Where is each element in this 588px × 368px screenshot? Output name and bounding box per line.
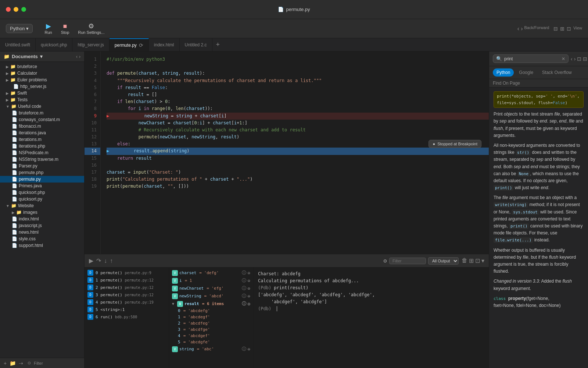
var-result-0[interactable]: 0 = 'abcdefg' — [169, 308, 253, 314]
sidebar-item-permute-php[interactable]: 📄 permute.php — [0, 169, 84, 176]
view-mode-icon[interactable]: ⊡ — [577, 56, 581, 62]
code-editor[interactable]: #!/usr/bin/env python3 def permute(chars… — [101, 52, 489, 254]
next-result-icon[interactable]: › — [574, 56, 576, 62]
sidebar-item-useful-code[interactable]: ▼ 📁 Useful code — [0, 103, 84, 110]
var-i[interactable]: V i = 1 ⓘ ⊖ — [169, 277, 253, 284]
var-info-icon[interactable]: ⓘ — [242, 346, 246, 352]
minimize-button[interactable] — [14, 7, 18, 12]
sidebar-item-tests[interactable]: ▶ 📁 Tests — [0, 96, 84, 103]
clear-search-icon[interactable]: ✕ — [562, 56, 565, 61]
var-result-4[interactable]: 4 = 'abcdgef' — [169, 333, 253, 339]
var-info-icon[interactable]: ⓘ — [242, 293, 246, 299]
sidebar-item-bruteforce-m[interactable]: 📄 bruteforce.m — [0, 110, 84, 116]
filter-input[interactable] — [389, 258, 426, 264]
step-continue-icon[interactable]: ▶ — [89, 257, 93, 264]
sidebar-folder[interactable]: 📁 Documents ▾ — [4, 54, 43, 59]
view-buttons[interactable]: ⊟ ⊞ ⊡ View — [553, 26, 582, 32]
var-result-5[interactable]: 5 = 'abcdgfe' — [169, 339, 253, 345]
sidebar-item-index-html[interactable]: 📄 index.html — [0, 216, 84, 222]
sidebar-item-swift[interactable]: ▶ 📁 Swift — [0, 90, 84, 96]
stop-button[interactable]: ■ Stop — [57, 21, 74, 36]
call-item-4[interactable]: D 4 permute() permute.py:19 — [85, 298, 169, 306]
sidebar-item-nspredicate[interactable]: 📄 NSPredicate.m — [0, 149, 84, 156]
tab-quicksort[interactable]: quicksort.php — [36, 38, 72, 52]
step-into-icon[interactable]: ↓ — [104, 258, 107, 264]
sidebar-item-website[interactable]: ▼ 📁 Website — [0, 202, 84, 209]
sidebar-item-nsstring[interactable]: 📄 NSString traverse.m — [0, 156, 84, 163]
nav-forward-icon[interactable]: › — [79, 54, 80, 59]
sidebar-item-style[interactable]: 📄 style.css — [0, 236, 84, 242]
doc-tab-google[interactable]: Google — [515, 68, 537, 77]
var-info-icon[interactable]: ⓘ — [242, 277, 246, 284]
expand-icon[interactable]: ⊡ — [475, 257, 480, 264]
sidebar-item-http-server[interactable]: 📄 http_server.js — [0, 83, 84, 90]
more-icon[interactable]: ▾ — [481, 257, 484, 264]
var-newstring[interactable]: V newString = 'abcd' ⓘ ⊖ — [169, 292, 253, 300]
trash-icon[interactable]: 🗑 — [462, 257, 467, 264]
run-button[interactable]: ▶ Run — [40, 21, 56, 36]
settings-icon[interactable]: ⊟ — [583, 56, 587, 62]
var-newcharset[interactable]: V newCharset = 'efg' ⓘ ⊖ — [169, 284, 253, 292]
call-item-2[interactable]: D 2 permute() permute.py:12 — [85, 284, 169, 291]
call-item-0[interactable]: D 0 permute() permute.py:9 — [85, 269, 169, 276]
sidebar-item-primes[interactable]: 📄 Primes.java — [0, 183, 84, 189]
var-result[interactable]: ▼ V result = 6 items ⓘ ⊖ — [169, 300, 253, 308]
reveal-icon[interactable]: ⇢ — [19, 360, 23, 366]
find-on-page-button[interactable]: Find On Page — [493, 81, 520, 86]
sidebar-item-iterations-java[interactable]: 📄 iterations.java — [0, 130, 84, 136]
prev-result-icon[interactable]: ‹ — [571, 56, 573, 62]
sidebar-item-javascript[interactable]: 📄 javascript.js — [0, 222, 84, 229]
var-charset[interactable]: V charset = 'defg' ⓘ ⊖ — [169, 269, 253, 277]
view-grid-icon[interactable]: ⊞ — [560, 26, 564, 32]
var-minus-icon[interactable]: ⊖ — [248, 278, 250, 283]
forward-icon[interactable]: › — [521, 25, 523, 32]
sidebar-item-iterations-php[interactable]: 📄 iterations.php — [0, 143, 84, 149]
sidebar-item-quicksort-py[interactable]: 📄 quicksort.py — [0, 196, 84, 202]
view-expand-icon[interactable]: ⊡ — [567, 26, 571, 32]
sidebar-item-bruteforce[interactable]: ▶ 📁 bruteforce — [0, 63, 84, 70]
view-toggle-icon[interactable]: ⊞ — [469, 257, 474, 264]
add-tab-button[interactable]: + — [212, 41, 224, 49]
back-forward[interactable]: ‹ › Back/Forward — [517, 25, 549, 32]
sidebar-item-calculator[interactable]: ▶ 📁 Calculator — [0, 70, 84, 77]
view-split-icon[interactable]: ⊟ — [553, 26, 558, 32]
doc-tab-stackoverflow[interactable]: Stack Overflow — [538, 68, 576, 77]
var-minus-icon[interactable]: ⊖ — [248, 301, 250, 307]
var-minus-icon[interactable]: ⊖ — [248, 347, 250, 352]
tab-untitled-2c[interactable]: Untitled 2.c — [180, 38, 212, 52]
sidebar-item-conways[interactable]: 📄 conways_constant.m — [0, 116, 84, 123]
var-minus-icon[interactable]: ⊖ — [248, 286, 250, 291]
var-result-2[interactable]: 2 = 'abcdfeg' — [169, 320, 253, 326]
call-item-5[interactable]: D 5 <string>:1 — [85, 306, 169, 313]
nav-back-icon[interactable]: ‹ — [76, 54, 78, 59]
add-folder-icon[interactable]: + — [4, 360, 7, 366]
step-over-icon[interactable]: ↷ — [96, 257, 101, 264]
maximize-button[interactable] — [21, 7, 26, 12]
filter-icon[interactable]: ⊙ — [28, 361, 31, 365]
sidebar-item-permute-py[interactable]: 📄 permute.py — [0, 176, 84, 183]
var-info-icon[interactable]: ⓘ — [242, 285, 246, 291]
sidebar-item-support[interactable]: 📄 support.html — [0, 242, 84, 249]
sidebar-item-images[interactable]: ▶ 📁 images — [0, 209, 84, 216]
var-string[interactable]: V string = 'abc' ⓘ ⊖ — [169, 345, 253, 353]
call-item-3[interactable]: D 3 permute() permute.py:12 — [85, 291, 169, 298]
sidebar-item-euler[interactable]: ▶ 📁 Euler problems — [0, 77, 84, 83]
sidebar-item-quicksort-php[interactable]: 📄 quicksort.php — [0, 189, 84, 196]
doc-tab-python[interactable]: Python — [493, 68, 514, 77]
search-input[interactable] — [504, 56, 559, 61]
tab-untitled-swift[interactable]: Untitled.swift — [0, 38, 36, 52]
var-result-1[interactable]: 1 = 'abcdegf' — [169, 314, 253, 320]
tab-http-server[interactable]: http_server.js — [72, 38, 109, 52]
sidebar-item-news[interactable]: 📄 news.html — [0, 229, 84, 236]
step-out-icon[interactable]: ↑ — [110, 258, 113, 264]
var-info-icon[interactable]: ⓘ — [242, 270, 246, 276]
sidebar-item-parser[interactable]: 📄 Parser.py — [0, 163, 84, 169]
close-button[interactable] — [6, 7, 11, 12]
new-folder-icon[interactable]: 📁 — [10, 360, 16, 366]
back-icon[interactable]: ‹ — [517, 25, 519, 32]
output-selector[interactable]: All Output — [428, 257, 459, 265]
var-result-3[interactable]: 3 = 'abcdfge' — [169, 326, 253, 333]
run-settings-button[interactable]: ⚙ Run Settings... — [74, 21, 109, 36]
var-minus-icon[interactable]: ⊖ — [248, 294, 250, 299]
var-info-icon[interactable]: ⓘ — [242, 301, 246, 307]
